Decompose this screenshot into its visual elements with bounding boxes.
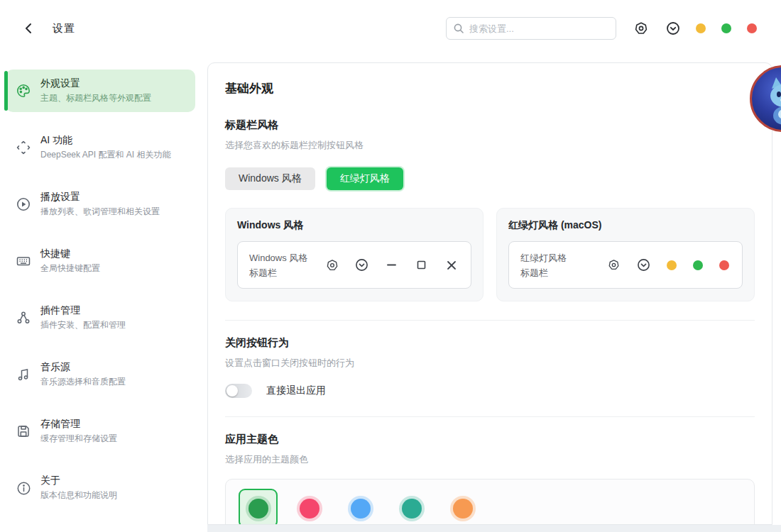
sidebar-item-label: 关于 bbox=[40, 475, 117, 487]
preview-line2: 标题栏 bbox=[520, 265, 567, 280]
search-icon bbox=[453, 23, 464, 34]
theme-color-pink[interactable] bbox=[290, 489, 329, 525]
sidebar-item-ai[interactable]: AI 功能 DeepSeek API 配置和 AI 相关功能 bbox=[6, 126, 195, 169]
sidebar-item-desc: 插件安装、配置和管理 bbox=[40, 319, 126, 331]
section-title: 基础外观 bbox=[225, 80, 755, 96]
color-dot bbox=[248, 499, 268, 519]
windows-preview-card: Windows 风格 Windows 风格 标题栏 bbox=[225, 208, 484, 301]
sidebar-item-label: 快捷键 bbox=[40, 248, 100, 260]
color-dot bbox=[453, 499, 473, 519]
gear-icon[interactable] bbox=[607, 258, 621, 272]
search-input[interactable] bbox=[446, 17, 616, 40]
sidebar-item-plugins[interactable]: 插件管理 插件安装、配置和管理 bbox=[6, 297, 195, 339]
bottom-edge-strip bbox=[207, 525, 781, 532]
ai-sparkle-icon bbox=[16, 140, 31, 155]
sidebar-item-label: AI 功能 bbox=[40, 134, 170, 147]
music-note-icon bbox=[16, 367, 31, 382]
color-dot bbox=[351, 499, 371, 519]
maximize-icon[interactable] bbox=[415, 258, 428, 272]
titlebar-style-buttons: Windows 风格 红绿灯风格 bbox=[225, 167, 755, 190]
settings-window: 设置 外观设置 bbox=[0, 0, 781, 532]
header-actions bbox=[446, 17, 757, 40]
circle-chevron-down-icon[interactable] bbox=[666, 21, 680, 35]
traffic-green-dot[interactable] bbox=[721, 23, 731, 33]
sidebar-item-desc: 版本信息和功能说明 bbox=[40, 489, 117, 501]
circle-chevron-down-icon[interactable] bbox=[355, 258, 368, 272]
sidebar-item-desc: 缓存管理和存储设置 bbox=[40, 433, 117, 445]
settings-content-panel: 基础外观 标题栏风格 选择您喜欢的标题栏控制按钮风格 Windows 风格 红绿… bbox=[207, 62, 772, 525]
circle-chevron-down-icon[interactable] bbox=[637, 258, 650, 272]
search-box bbox=[446, 17, 616, 40]
theme-color-heading: 应用主题色 bbox=[225, 433, 755, 446]
windows-titlebar-preview: Windows 风格 标题栏 bbox=[237, 241, 471, 289]
titlebar-style-desc: 选择您喜欢的标题栏控制按钮风格 bbox=[225, 139, 755, 152]
quit-app-toggle[interactable] bbox=[225, 384, 252, 398]
traffic-light-style-button[interactable]: 红绿灯风格 bbox=[327, 167, 403, 190]
top-bar: 设置 bbox=[0, 0, 781, 57]
sidebar-item-label: 播放设置 bbox=[40, 191, 160, 204]
sidebar-item-shortcuts[interactable]: 快捷键 全局快捷键配置 bbox=[6, 240, 195, 282]
close-behavior-desc: 设置点击窗口关闭按钮时的行为 bbox=[225, 357, 755, 370]
theme-color-orange[interactable] bbox=[443, 489, 482, 525]
preview-line1: Windows 风格 bbox=[249, 250, 307, 265]
close-icon[interactable] bbox=[444, 258, 458, 272]
sidebar-item-label: 存储管理 bbox=[40, 418, 117, 431]
titlebar-style-heading: 标题栏风格 bbox=[225, 118, 755, 132]
minimize-icon[interactable] bbox=[385, 258, 398, 272]
titlebar-previews: Windows 风格 Windows 风格 标题栏 bbox=[225, 208, 755, 301]
windows-preview-controls bbox=[325, 258, 458, 272]
sidebar-item-desc: 音乐源选择和音质配置 bbox=[40, 376, 126, 388]
info-circle-icon bbox=[16, 480, 31, 496]
close-behavior-heading: 关闭按钮行为 bbox=[225, 336, 755, 350]
traffic-preview-label: 红绿灯风格 标题栏 bbox=[520, 250, 567, 280]
keyboard-icon bbox=[16, 253, 31, 269]
theme-color-green[interactable] bbox=[239, 489, 278, 525]
windows-style-button[interactable]: Windows 风格 bbox=[225, 167, 315, 190]
windows-preview-label: Windows 风格 标题栏 bbox=[249, 250, 307, 280]
divider bbox=[225, 416, 755, 417]
traffic-light-preview-card: 红绿灯风格 (macOS) 红绿灯风格 标题栏 bbox=[496, 208, 755, 301]
settings-sidebar: 外观设置 主题、标题栏风格等外观配置 AI 功能 DeepSeek API 配置… bbox=[0, 57, 204, 532]
traffic-yellow-dot[interactable] bbox=[696, 23, 706, 33]
sidebar-item-playback[interactable]: 播放设置 播放列表、歌词管理和相关设置 bbox=[6, 183, 195, 226]
theme-color-desc: 选择应用的主题颜色 bbox=[225, 453, 755, 466]
traffic-red-dot[interactable] bbox=[747, 23, 757, 33]
traffic-green-dot[interactable] bbox=[693, 260, 703, 270]
sidebar-item-label: 外观设置 bbox=[40, 77, 151, 90]
theme-color-teal[interactable] bbox=[392, 489, 431, 525]
quit-app-toggle-label: 直接退出应用 bbox=[266, 384, 326, 397]
theme-color-picker bbox=[225, 479, 755, 525]
color-dot bbox=[402, 499, 422, 519]
gear-icon[interactable] bbox=[634, 21, 648, 35]
page-title: 设置 bbox=[53, 22, 75, 35]
sidebar-item-music-source[interactable]: 音乐源 音乐源选择和音质配置 bbox=[6, 353, 195, 396]
gear-icon[interactable] bbox=[325, 258, 339, 272]
sidebar-item-desc: 播放列表、歌词管理和相关设置 bbox=[40, 206, 160, 218]
sidebar-item-about[interactable]: 关于 版本信息和功能说明 bbox=[6, 467, 195, 509]
play-circle-icon bbox=[16, 196, 31, 212]
traffic-preview-heading: 红绿灯风格 (macOS) bbox=[508, 219, 743, 232]
divider bbox=[225, 320, 755, 321]
traffic-red-dot[interactable] bbox=[719, 260, 729, 270]
sidebar-item-appearance[interactable]: 外观设置 主题、标题栏风格等外观配置 bbox=[6, 70, 195, 112]
floppy-disk-icon bbox=[16, 423, 31, 439]
color-dot bbox=[300, 499, 320, 519]
plugin-nodes-icon bbox=[16, 310, 31, 326]
sidebar-item-desc: 全局快捷键配置 bbox=[40, 262, 100, 275]
back-chevron-icon[interactable] bbox=[21, 21, 37, 36]
traffic-titlebar-preview: 红绿灯风格 标题栏 bbox=[508, 241, 743, 289]
preview-line2: 标题栏 bbox=[249, 265, 307, 280]
sidebar-item-label: 音乐源 bbox=[40, 361, 126, 374]
sidebar-item-desc: DeepSeek API 配置和 AI 相关功能 bbox=[40, 149, 170, 161]
toggle-knob bbox=[226, 385, 238, 397]
traffic-preview-controls bbox=[607, 258, 729, 272]
windows-preview-heading: Windows 风格 bbox=[237, 219, 471, 232]
traffic-yellow-dot[interactable] bbox=[667, 260, 677, 270]
theme-color-blue[interactable] bbox=[341, 489, 380, 525]
palette-icon bbox=[16, 83, 31, 99]
sidebar-item-label: 插件管理 bbox=[40, 304, 126, 317]
close-behavior-row: 直接退出应用 bbox=[225, 384, 755, 398]
sidebar-item-storage[interactable]: 存储管理 缓存管理和存储设置 bbox=[6, 410, 195, 453]
sidebar-item-desc: 主题、标题栏风格等外观配置 bbox=[40, 92, 151, 104]
active-indicator bbox=[4, 71, 8, 111]
